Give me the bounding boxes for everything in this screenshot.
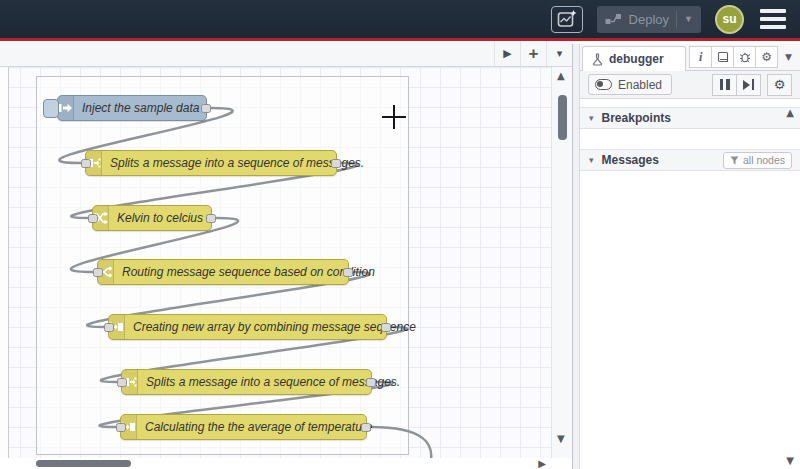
deploy-separator <box>676 11 677 28</box>
output-port[interactable] <box>201 104 211 113</box>
output-port[interactable] <box>366 378 376 387</box>
flow-node-split[interactable]: Splits a message into a sequence of mess… <box>85 150 337 176</box>
flow-node-split[interactable]: Splits a message into a sequence of mess… <box>121 369 372 395</box>
main-area: ▶ + ▾ Inject the sample dataSplits a mes… <box>0 44 800 469</box>
toggle-icon <box>595 79 612 90</box>
flow-node-change[interactable]: Kelvin to celcius <box>92 205 212 231</box>
tab-scroll-right-button[interactable]: ▶ <box>494 41 520 66</box>
tab-debugger-label: debugger <box>609 52 664 66</box>
breakpoints-section-header[interactable]: ▾ Breakpoints <box>580 107 800 129</box>
flow-node-inject[interactable]: Inject the sample data <box>57 95 207 121</box>
export-image-icon <box>557 10 577 28</box>
debugger-enabled-toggle[interactable]: Enabled <box>588 74 672 95</box>
flow-list-button[interactable]: ▾ <box>546 41 572 66</box>
input-port[interactable] <box>88 214 98 223</box>
flow-node-join[interactable]: Creating new array by combining message … <box>108 314 387 340</box>
scroll-right-arrow-icon[interactable]: ▶ <box>538 459 546 469</box>
deploy-dropdown-caret[interactable]: ▼ <box>684 14 693 24</box>
node-label: Kelvin to celcius <box>109 211 211 225</box>
input-port[interactable] <box>117 378 127 387</box>
flow-tab-strip: ▶ + ▾ <box>0 41 572 67</box>
debugger-settings-button[interactable]: ⚙ <box>767 74 792 96</box>
flow-node-join[interactable]: Calculating the the average of temperatu… <box>120 414 367 440</box>
input-port[interactable] <box>104 323 114 332</box>
sidebar-splitter[interactable] <box>572 44 580 469</box>
book-icon <box>717 51 729 63</box>
output-port[interactable] <box>343 268 353 277</box>
hamburger-icon <box>760 9 786 13</box>
flask-icon <box>592 53 603 66</box>
sidebar-scroll-down-icon[interactable]: ▼ <box>786 456 794 466</box>
bug-icon <box>739 51 751 63</box>
inject-trigger-button[interactable] <box>43 99 59 118</box>
workspace-pane: ▶ + ▾ Inject the sample dataSplits a mes… <box>0 44 572 469</box>
sidebar-tab-tools: i ⚙ ▼ <box>690 46 792 68</box>
canvas-horizontal-scrollbar[interactable]: ▶ <box>0 458 572 469</box>
debug-messages-tab-button[interactable] <box>733 46 756 68</box>
scroll-up-arrow-icon[interactable]: ▲ <box>557 71 565 81</box>
deploy-nodes-icon <box>605 13 622 25</box>
breakpoints-label: Breakpoints <box>602 111 671 125</box>
scroll-down-arrow-icon[interactable]: ▼ <box>557 434 565 444</box>
output-port[interactable] <box>206 214 216 223</box>
message-filter-button[interactable]: all nodes <box>723 152 792 169</box>
enabled-label: Enabled <box>618 78 662 92</box>
filter-label: all nodes <box>743 154 785 166</box>
output-port[interactable] <box>381 323 391 332</box>
node-red-app: Deploy ▼ su ▶ + ▾ Inject the sample data… <box>0 0 800 469</box>
debug-sidebar: debugger i ⚙ <box>580 44 800 469</box>
node-label: Creating new array by combining message … <box>125 320 424 334</box>
node-label: Inject the sample data <box>74 101 207 115</box>
input-port[interactable] <box>116 423 126 432</box>
messages-label: Messages <box>602 153 659 167</box>
export-flow-button[interactable] <box>551 6 583 33</box>
pause-button[interactable] <box>712 74 737 96</box>
horizontal-scrollbar-thumb[interactable] <box>36 460 131 467</box>
debugger-toolbar-right: ⚙ <box>713 74 792 96</box>
canvas-vertical-scrollbar[interactable]: ▲ ▼ <box>551 67 572 458</box>
inject-node-icon <box>58 96 74 120</box>
chevron-down-icon: ▾ <box>589 113 594 123</box>
user-avatar[interactable]: su <box>715 5 744 34</box>
sidebar-tab-row: debugger i ⚙ <box>580 44 800 71</box>
main-menu-button[interactable] <box>758 5 788 33</box>
sidebar-scroll-up-icon[interactable]: ▲ <box>786 108 794 118</box>
output-port[interactable] <box>361 423 371 432</box>
deploy-button[interactable]: Deploy ▼ <box>597 6 701 33</box>
flow-node-switch[interactable]: Routing message sequence based on condit… <box>97 259 349 285</box>
info-tab-button[interactable]: i <box>689 46 712 68</box>
debugger-toolbar: Enabled ⚙ <box>580 71 800 99</box>
canvas-left-gutter <box>0 67 9 458</box>
help-book-tab-button[interactable] <box>711 46 734 68</box>
input-port[interactable] <box>81 159 91 168</box>
flow-canvas[interactable]: Inject the sample dataSplits a message i… <box>0 67 572 458</box>
output-port[interactable] <box>331 159 341 168</box>
chevron-down-icon: ▾ <box>589 155 594 165</box>
settings-tab-button[interactable]: ⚙ <box>755 46 778 68</box>
crosshair-cursor <box>393 105 396 129</box>
add-flow-button[interactable]: + <box>520 41 546 66</box>
funnel-icon <box>730 156 739 165</box>
header-bar: Deploy ▼ su <box>0 0 800 41</box>
step-forward-icon <box>743 79 754 90</box>
input-port[interactable] <box>93 268 103 277</box>
vertical-scrollbar-thumb[interactable] <box>558 95 567 140</box>
deploy-label: Deploy <box>629 12 669 27</box>
node-label: Calculating the the average of temperatu… <box>137 420 380 434</box>
tab-debugger[interactable]: debugger <box>582 46 686 71</box>
pause-icon <box>720 79 730 90</box>
step-button[interactable] <box>736 74 761 96</box>
sidebar-tabs-dropdown[interactable]: ▼ <box>778 52 792 62</box>
messages-section-header[interactable]: ▾ Messages all nodes <box>580 149 800 171</box>
